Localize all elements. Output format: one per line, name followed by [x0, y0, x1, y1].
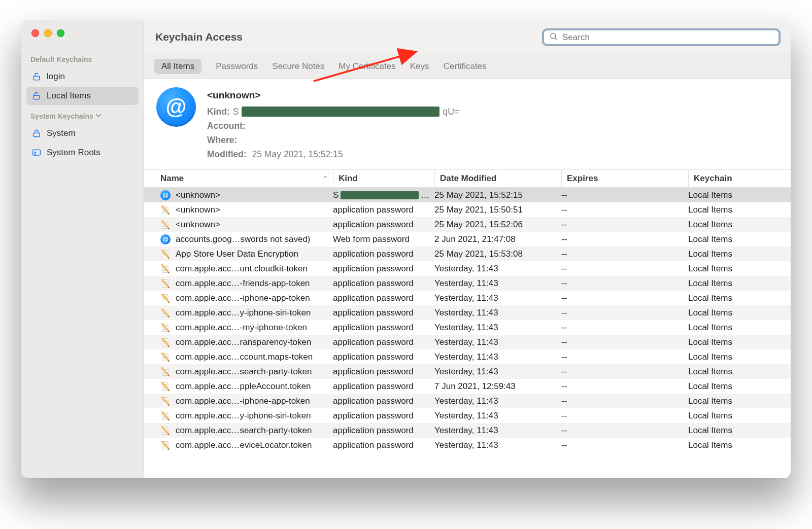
cell-expires: -- — [561, 381, 688, 392]
close-window-button[interactable] — [31, 29, 39, 37]
cell-name: com.apple.acc…eviceLocator.token — [176, 440, 312, 450]
svg-point-4 — [34, 152, 36, 154]
toolbar: Keychain Access — [144, 20, 791, 54]
cell-keychain: Local Items — [688, 381, 791, 392]
search-field[interactable] — [542, 28, 781, 46]
table-row[interactable]: App Store User Data Encryption applicati… — [144, 246, 791, 261]
minimize-window-button[interactable] — [44, 29, 52, 37]
cell-name: App Store User Data Encryption — [176, 249, 298, 259]
cell-expires: -- — [561, 411, 688, 421]
zoom-window-button[interactable] — [57, 29, 64, 37]
cell-name: com.apple.acc…search-party-token — [176, 426, 312, 436]
cell-expires: -- — [561, 352, 688, 362]
cell-keychain: Local Items — [688, 352, 791, 362]
cell-date: Yesterday, 11:43 — [434, 396, 561, 406]
table-row[interactable]: com.apple.acc…-friends-app-token applica… — [144, 276, 791, 291]
table-row[interactable]: <unknown> application password 25 May 20… — [144, 202, 791, 217]
note-icon — [160, 337, 171, 347]
sidebar-section-default: Default Keychains — [21, 49, 144, 66]
scope-tab[interactable]: Keys — [410, 61, 429, 72]
table-row[interactable]: com.apple.acc…y-iphone-siri-token applic… — [144, 305, 791, 320]
note-icon — [160, 205, 171, 215]
scope-tab[interactable]: All Items — [154, 59, 201, 74]
cell-kind: application password — [333, 249, 414, 259]
cell-keychain: Local Items — [688, 249, 791, 259]
sidebar-item-keychain[interactable]: Local Items — [26, 87, 139, 105]
scope-tab[interactable]: Certificates — [444, 61, 487, 72]
scope-tab[interactable]: My Certificates — [339, 61, 395, 72]
table-header[interactable]: Name ⌃ Kind Date Modified Expires Keycha… — [144, 169, 791, 188]
table-row[interactable]: com.apple.acc…-iphone-app-token applicat… — [144, 394, 791, 408]
table-row[interactable]: com.apple.acc…search-party-token applica… — [144, 364, 791, 379]
column-expires[interactable]: Expires — [561, 170, 688, 187]
cell-kind: application password — [333, 278, 414, 289]
sidebar-item-label: login — [47, 72, 65, 82]
sort-ascending-icon: ⌃ — [323, 175, 328, 182]
table-row[interactable]: com.apple.acc…eviceLocator.token applica… — [144, 438, 791, 452]
table-row[interactable]: com.apple.acc…unt.cloudkit-token applica… — [144, 261, 791, 276]
table-row[interactable]: com.apple.acc…y-iphone-siri-token applic… — [144, 408, 791, 423]
table-row[interactable]: @ accounts.goog…swords not saved) Web fo… — [144, 232, 791, 246]
cell-name: com.apple.acc…ppleAccount.token — [176, 381, 311, 392]
svg-rect-2 — [33, 133, 40, 137]
app-window: Default Keychains login Local Items Syst… — [21, 20, 791, 478]
note-icon — [160, 440, 171, 450]
cell-name: com.apple.acc…-iphone-app-token — [176, 293, 310, 303]
sidebar-item-keychain[interactable]: System Roots — [26, 144, 139, 162]
note-icon — [160, 264, 171, 274]
table-row[interactable]: com.apple.acc…ppleAccount.token applicat… — [144, 379, 791, 394]
cell-expires: -- — [561, 426, 688, 436]
table-row[interactable]: @ <unknown> S… 25 May 2021, 15:52:15 -- … — [144, 188, 791, 202]
sidebar-item-keychain[interactable]: System — [26, 124, 139, 143]
detail-account-label: Account: — [207, 121, 246, 131]
table-row[interactable]: com.apple.acc…ccount.maps-token applicat… — [144, 349, 791, 364]
column-name[interactable]: Name ⌃ — [160, 170, 333, 187]
cell-date: 25 May 2021, 15:52:15 — [434, 190, 561, 200]
search-input[interactable] — [562, 32, 773, 43]
cell-kind: application password — [333, 396, 414, 406]
cell-kind: application password — [333, 411, 414, 421]
scope-tab[interactable]: Passwords — [216, 61, 258, 72]
table-row[interactable]: <unknown> application password 25 May 20… — [144, 217, 791, 232]
scope-tab[interactable]: Secure Notes — [272, 61, 324, 72]
cell-expires: -- — [561, 293, 688, 303]
sidebar-section-system[interactable]: System Keychains — [21, 106, 144, 123]
cell-name: com.apple.acc…-iphone-app-token — [176, 396, 310, 406]
detail-kind-label: Kind: — [207, 104, 230, 119]
table-row[interactable]: com.apple.acc…-my-iphone-token applicati… — [144, 320, 791, 335]
scope-bar: All ItemsPasswordsSecure NotesMy Certifi… — [144, 54, 791, 79]
svg-rect-3 — [33, 150, 41, 155]
cell-expires: -- — [561, 234, 688, 244]
at-icon: @ — [156, 87, 196, 127]
column-date[interactable]: Date Modified — [434, 170, 561, 187]
redacted-region — [242, 107, 439, 117]
cell-date: 7 Jun 2021, 12:59:43 — [434, 381, 561, 392]
cell-keychain: Local Items — [688, 190, 791, 200]
cell-keychain: Local Items — [688, 234, 791, 244]
table-row[interactable]: com.apple.acc…search-party-token applica… — [144, 423, 791, 438]
cell-expires: -- — [561, 190, 688, 200]
sidebar-section-label: System Keychains — [30, 112, 93, 120]
cell-date: 2 Jun 2021, 21:47:08 — [434, 234, 561, 244]
sidebar-item-keychain[interactable]: login — [26, 67, 139, 86]
cell-name: <unknown> — [176, 190, 220, 200]
column-kind[interactable]: Kind — [333, 170, 434, 187]
cell-name: com.apple.acc…y-iphone-siri-token — [176, 308, 311, 318]
note-icon — [160, 293, 171, 303]
cell-expires: -- — [561, 264, 688, 274]
column-keychain[interactable]: Keychain — [688, 170, 791, 187]
table-row[interactable]: com.apple.acc…ransparency-token applicat… — [144, 335, 791, 349]
sidebar-item-label: System — [47, 128, 76, 138]
cell-date: Yesterday, 11:43 — [434, 337, 561, 347]
cell-expires: -- — [561, 396, 688, 406]
note-icon — [160, 352, 171, 362]
cell-keychain: Local Items — [688, 396, 791, 406]
cell-date: Yesterday, 11:43 — [434, 411, 561, 421]
table-row[interactable]: com.apple.acc…-iphone-app-token applicat… — [144, 291, 791, 305]
note-icon — [160, 367, 171, 377]
cell-date: 25 May 2021, 15:53:08 — [434, 249, 561, 259]
detail-modified-label: Modified: — [207, 149, 247, 159]
cell-kind: application password — [333, 440, 414, 450]
cell-name: <unknown> — [176, 205, 220, 215]
cell-kind: application password — [333, 293, 414, 303]
